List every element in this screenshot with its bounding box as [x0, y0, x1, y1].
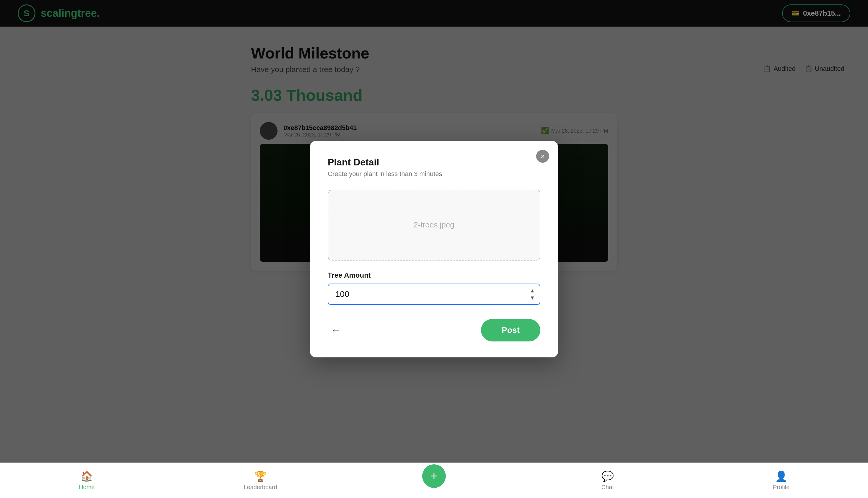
- modal-title: Plant Detail: [328, 157, 540, 168]
- modal-close-button[interactable]: ×: [536, 150, 549, 163]
- tree-amount-field-wrap: ▲ ▼: [328, 284, 540, 305]
- modal-subtitle: Create your plant in less than 3 minutes: [328, 170, 540, 178]
- spinner-up-button[interactable]: ▲: [529, 287, 536, 294]
- modal-header: Plant Detail Create your plant in less t…: [328, 157, 540, 178]
- tree-amount-label: Tree Amount: [328, 271, 540, 279]
- tree-amount-input[interactable]: [328, 284, 540, 305]
- post-button[interactable]: Post: [481, 319, 540, 341]
- upload-placeholder-text: 2-trees.jpeg: [414, 220, 454, 230]
- back-button[interactable]: ←: [328, 321, 344, 339]
- spinner-controls: ▲ ▼: [529, 287, 536, 301]
- modal-footer: ← Post: [328, 319, 540, 341]
- plant-detail-modal: × Plant Detail Create your plant in less…: [310, 141, 558, 357]
- spinner-down-button[interactable]: ▼: [529, 294, 536, 301]
- modal-backdrop: × Plant Detail Create your plant in less…: [0, 0, 868, 498]
- image-upload-zone[interactable]: 2-trees.jpeg: [328, 189, 540, 261]
